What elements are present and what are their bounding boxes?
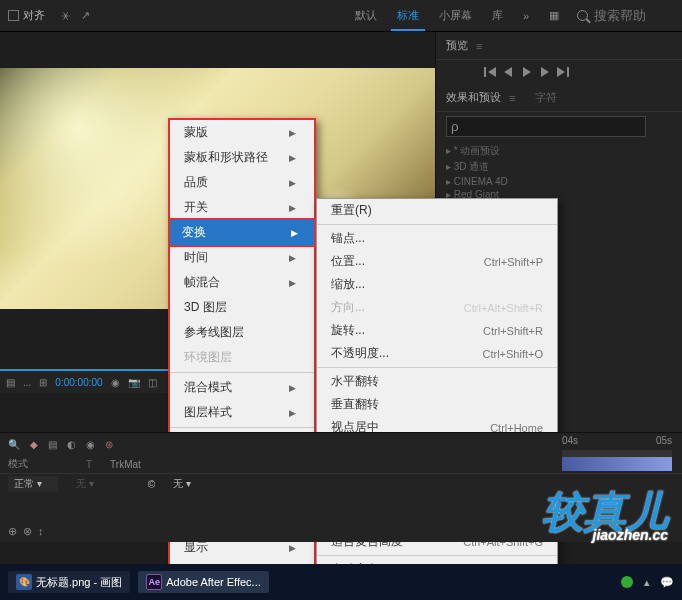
workspace-default[interactable]: 默认: [345, 8, 387, 23]
taskbar-app-label: Adobe After Effec...: [166, 576, 261, 588]
submenu-item-7[interactable]: 不透明度...Ctrl+Shift+O: [317, 342, 557, 365]
taskbar-app-label: 无标题.png - 画图: [36, 575, 122, 590]
camera-icon[interactable]: 📷: [128, 377, 140, 388]
effect-category[interactable]: 3D 通道: [446, 159, 672, 175]
preview-panel-title: 预览: [446, 38, 468, 53]
watermark: 较真儿 jiaozhen.cc: [542, 494, 668, 542]
tool-icon[interactable]: ⚹: [61, 9, 70, 21]
svg-point-0: [621, 576, 633, 588]
tray-expand-icon[interactable]: ▴: [644, 576, 650, 589]
paint-icon: 🎨: [16, 574, 32, 590]
layer-bar[interactable]: [562, 457, 672, 471]
toggle-icon[interactable]: ⊕: [8, 525, 17, 538]
effects-panel-header[interactable]: 效果和预设 ≡ 字符: [436, 84, 682, 112]
prev-frame-icon[interactable]: [502, 66, 516, 78]
submenu-item-9[interactable]: 水平翻转: [317, 370, 557, 393]
graph-icon[interactable]: ◐: [67, 439, 76, 450]
menu-item-0[interactable]: 蒙版▶: [170, 120, 314, 145]
wechat-tray-icon[interactable]: [620, 575, 634, 589]
timeline-ruler: 04s 05s: [562, 433, 672, 460]
submenu-item-5: 方向...Ctrl+Alt+Shift+R: [317, 296, 557, 319]
align-checkbox[interactable]: [8, 10, 19, 21]
search-input[interactable]: [594, 8, 674, 23]
effects-panel-title: 效果和预设: [446, 90, 501, 105]
play-icon[interactable]: [520, 66, 534, 78]
submenu-item-4[interactable]: 缩放...: [317, 273, 557, 296]
align-label: 对齐: [23, 8, 45, 23]
menu-item-3[interactable]: 开关▶: [170, 195, 314, 220]
panel-menu-icon[interactable]: ≡: [509, 92, 515, 104]
submenu-item-6[interactable]: 旋转...Ctrl+Shift+R: [317, 319, 557, 342]
preview-panel-header[interactable]: 预览 ≡: [436, 32, 682, 60]
first-frame-icon[interactable]: [484, 66, 498, 78]
taskbar-ae-app[interactable]: Ae Adobe After Effec...: [138, 571, 269, 593]
workspace-lib[interactable]: 库: [482, 8, 513, 23]
taskbar-paint-app[interactable]: 🎨 无标题.png - 画图: [8, 571, 130, 593]
panel-menu-icon[interactable]: ▦: [539, 9, 569, 22]
submenu-item-0[interactable]: 重置(R): [317, 199, 557, 222]
time-tick: 04s: [562, 435, 578, 446]
workspace-standard[interactable]: 标准: [387, 8, 429, 23]
panel-menu-icon[interactable]: ≡: [476, 40, 482, 52]
mask-icon[interactable]: ◫: [148, 377, 157, 388]
system-tray: ▴ 💬: [620, 575, 674, 589]
menu-item-2[interactable]: 品质▶: [170, 170, 314, 195]
blend-mode-select[interactable]: 正常 ▾: [8, 476, 58, 492]
workspace-more-icon[interactable]: »: [513, 10, 539, 22]
trkmat-column-header[interactable]: TrkMat: [110, 459, 141, 470]
toolbar-icons: ⚹ ↗: [61, 9, 98, 22]
effect-category[interactable]: CINEMA 4D: [446, 175, 672, 188]
time-tick: 05s: [656, 435, 672, 446]
menu-item-10[interactable]: 混合模式▶: [170, 375, 314, 400]
lock-parent[interactable]: ©: [148, 479, 155, 490]
ae-icon: Ae: [146, 574, 162, 590]
trkmat-value[interactable]: 无 ▾: [76, 477, 94, 491]
menu-item-9: 环境图层: [170, 345, 314, 370]
snapshot-icon[interactable]: ◉: [111, 377, 120, 388]
effect-category[interactable]: * 动画预设: [446, 143, 672, 159]
transport-controls: [436, 60, 682, 84]
menu-item-11[interactable]: 图层样式▶: [170, 400, 314, 425]
magnification-icon[interactable]: ▤: [6, 377, 15, 388]
submenu-item-3[interactable]: 位置...Ctrl+Shift+P: [317, 250, 557, 273]
zoom-value[interactable]: ...: [23, 377, 31, 388]
last-frame-icon[interactable]: [556, 66, 570, 78]
parent-select[interactable]: 无 ▾: [173, 477, 191, 491]
effects-search-input[interactable]: [446, 116, 646, 137]
current-time[interactable]: 0:00:00:00: [55, 377, 102, 388]
tool-icon[interactable]: ↗: [81, 9, 90, 21]
resolution-icon[interactable]: ⊞: [39, 377, 47, 388]
menu-item-8[interactable]: 参考线图层: [170, 320, 314, 345]
motion-blur-icon[interactable]: ◉: [86, 439, 95, 450]
toggle-icon[interactable]: ⊗: [23, 525, 32, 538]
search-help: [577, 8, 674, 23]
timeline-bottom-controls: ⊕ ⊗ ↕: [8, 525, 44, 538]
submenu-item-10[interactable]: 垂直翻转: [317, 393, 557, 416]
workspace-tabs: 默认 标准 小屏幕 库 » ▦: [345, 8, 569, 23]
timeline-icon[interactable]: ▤: [48, 439, 57, 450]
search-icon[interactable]: 🔍: [8, 439, 20, 450]
search-icon: [577, 10, 588, 21]
mode-column-header[interactable]: 模式: [8, 457, 68, 471]
menu-item-7[interactable]: 3D 图层: [170, 295, 314, 320]
brain-icon[interactable]: ⊛: [105, 439, 113, 450]
top-toolbar: 对齐 ⚹ ↗ 默认 标准 小屏幕 库 » ▦: [0, 0, 682, 32]
toggle-icon[interactable]: ↕: [38, 525, 44, 538]
character-tab[interactable]: 字符: [535, 90, 557, 105]
menu-item-4[interactable]: 变换▶: [168, 218, 316, 247]
next-frame-icon[interactable]: [538, 66, 552, 78]
submenu-item-2[interactable]: 锚点...: [317, 227, 557, 250]
tag-icon[interactable]: ◆: [30, 439, 38, 450]
menu-item-6[interactable]: 帧混合▶: [170, 270, 314, 295]
speech-tray-icon[interactable]: 💬: [660, 576, 674, 589]
menu-item-1[interactable]: 蒙板和形状路径▶: [170, 145, 314, 170]
workspace-small[interactable]: 小屏幕: [429, 8, 482, 23]
windows-taskbar: 🎨 无标题.png - 画图 Ae Adobe After Effec... ▴…: [0, 564, 682, 600]
menu-item-5[interactable]: 时间▶: [170, 245, 314, 270]
